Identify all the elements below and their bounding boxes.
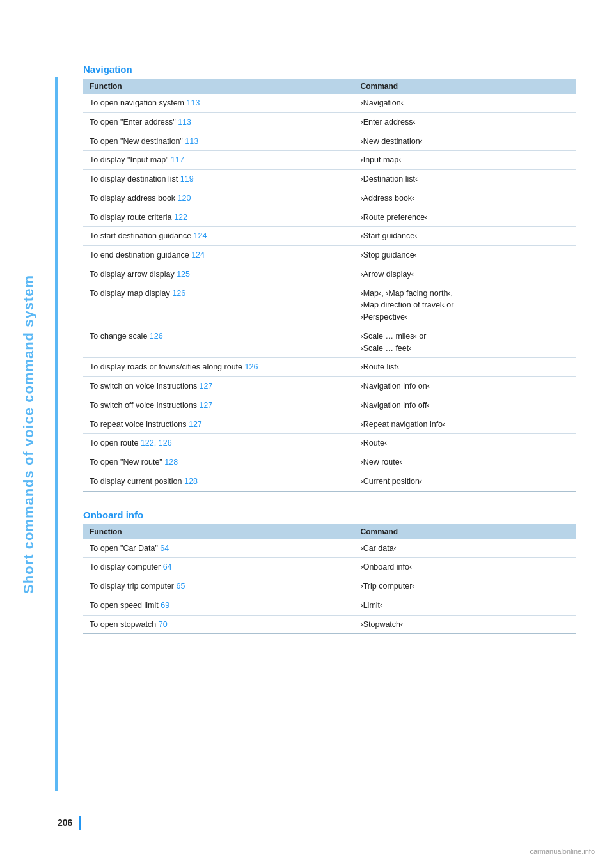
page-ref: 113 [178, 118, 191, 127]
command-cell: ›Current position‹ [354, 472, 576, 491]
onboard-title: Onboard info [83, 509, 576, 520]
command-cell: ›Route list‹ [354, 358, 576, 377]
command-cell: ›Car data‹ [354, 539, 576, 558]
command-cell: ›Route‹ [354, 434, 576, 453]
command-cell: ›Limit‹ [354, 596, 576, 615]
watermark: carmanualonline.info [530, 848, 595, 855]
sidebar: Short commands of voice command system [0, 0, 58, 868]
function-cell: To open "Car Data" 64 [83, 539, 354, 558]
page-ref: 64 [160, 544, 169, 553]
page-ref: 113 [185, 137, 198, 146]
command-cell: ›New destination‹ [354, 132, 576, 151]
page-ref: 120 [178, 194, 191, 203]
command-cell: ›Address book‹ [354, 189, 576, 208]
page-ref: 125 [177, 270, 190, 279]
command-cell: ›Navigation info on‹ [354, 377, 576, 396]
page-ref: 128 [164, 458, 178, 467]
navigation-table: Function Command To open navigation syst… [83, 79, 576, 492]
footer-bar [79, 816, 81, 830]
command-cell: ›Trip computer‹ [354, 577, 576, 596]
command-cell: ›Stop guidance‹ [354, 246, 576, 265]
onboard-table: Function Command To open "Car Data" 64›C… [83, 524, 576, 635]
function-cell: To display destination list 119 [83, 170, 354, 189]
table-row: To change scale 126›Scale … miles‹ or ›S… [83, 327, 576, 358]
page-ref: 117 [171, 155, 184, 164]
page-ref: 122, 126 [141, 438, 172, 447]
command-cell: ›Start guidance‹ [354, 227, 576, 246]
table-row: To display "Input map" 117›Input map‹ [83, 151, 576, 170]
page-ref: 122 [174, 213, 187, 222]
function-cell: To open route 122, 126 [83, 434, 354, 453]
table-row: To display address book 120›Address book… [83, 189, 576, 208]
function-cell: To open stopwatch 70 [83, 615, 354, 634]
command-cell: ›Navigation info off‹ [354, 396, 576, 415]
footer: 206 [58, 816, 81, 830]
table-row: To display destination list 119›Destinat… [83, 170, 576, 189]
function-cell: To switch off voice instructions 127 [83, 396, 354, 415]
main-content: Navigation Function Command To open navi… [58, 0, 614, 868]
function-cell: To display arrow display 125 [83, 265, 354, 284]
page-ref: 126 [245, 362, 258, 371]
table-row: To open speed limit 69›Limit‹ [83, 596, 576, 615]
table-row: To display computer 64›Onboard info‹ [83, 558, 576, 577]
table-row: To display arrow display 125›Arrow displ… [83, 265, 576, 284]
page-ref: 128 [184, 477, 198, 486]
function-cell: To open "New destination" 113 [83, 132, 354, 151]
page-ref: 124 [194, 231, 207, 240]
table-row: To start destination guidance 124›Start … [83, 227, 576, 246]
function-cell: To display "Input map" 117 [83, 151, 354, 170]
function-cell: To start destination guidance 124 [83, 227, 354, 246]
command-cell: ›Scale … miles‹ or ›Scale … feet‹ [354, 327, 576, 358]
page-ref: 69 [161, 601, 169, 610]
table-row: To repeat voice instructions 127›Repeat … [83, 415, 576, 434]
command-cell: ›New route‹ [354, 453, 576, 472]
sidebar-border [55, 77, 58, 791]
table-row: To switch off voice instructions 127›Nav… [83, 396, 576, 415]
nav-col-command: Command [354, 79, 576, 94]
command-cell: ›Navigation‹ [354, 94, 576, 112]
ob-col-command: Command [354, 524, 576, 539]
command-cell: ›Repeat navigation info‹ [354, 415, 576, 434]
page-ref: 126 [172, 289, 185, 298]
table-row: To end destination guidance 124›Stop gui… [83, 246, 576, 265]
command-cell: ›Map‹, ›Map facing north‹, ›Map directio… [354, 284, 576, 327]
table-row: To open "Car Data" 64›Car data‹ [83, 539, 576, 558]
page-number: 206 [58, 818, 72, 828]
table-row: To switch on voice instructions 127›Navi… [83, 377, 576, 396]
function-cell: To display address book 120 [83, 189, 354, 208]
table-row: To display route criteria 122›Route pref… [83, 208, 576, 227]
function-cell: To end destination guidance 124 [83, 246, 354, 265]
table-row: To open "Enter address" 113›Enter addres… [83, 112, 576, 132]
page-ref: 113 [186, 98, 200, 107]
page-ref: 127 [189, 420, 202, 429]
function-cell: To change scale 126 [83, 327, 354, 358]
table-row: To display current position 128›Current … [83, 472, 576, 491]
table-row: To display map display 126›Map‹, ›Map fa… [83, 284, 576, 327]
onboard-section: Onboard info Function Command To open "C… [83, 509, 576, 635]
page-ref: 126 [150, 332, 163, 341]
page-ref: 127 [199, 401, 212, 410]
function-cell: To open speed limit 69 [83, 596, 354, 615]
page-container: Short commands of voice command system N… [0, 0, 614, 868]
table-row: To open "New route" 128›New route‹ [83, 453, 576, 472]
command-cell: ›Onboard info‹ [354, 558, 576, 577]
function-cell: To display roads or towns/cities along r… [83, 358, 354, 377]
function-cell: To open "Enter address" 113 [83, 112, 354, 132]
page-ref: 124 [191, 251, 205, 260]
page-ref: 64 [163, 562, 172, 571]
command-cell: ›Route preference‹ [354, 208, 576, 227]
function-cell: To display map display 126 [83, 284, 354, 327]
function-cell: To display computer 64 [83, 558, 354, 577]
navigation-section: Navigation Function Command To open navi… [83, 64, 576, 492]
navigation-title: Navigation [83, 64, 576, 75]
page-ref: 70 [159, 620, 168, 629]
ob-col-function: Function [83, 524, 354, 539]
table-row: To display trip computer 65›Trip compute… [83, 577, 576, 596]
command-cell: ›Input map‹ [354, 151, 576, 170]
page-ref: 127 [200, 382, 213, 391]
table-row: To open stopwatch 70›Stopwatch‹ [83, 615, 576, 634]
command-cell: ›Arrow display‹ [354, 265, 576, 284]
sidebar-label: Short commands of voice command system [20, 275, 37, 594]
table-row: To open navigation system 113›Navigation… [83, 94, 576, 112]
nav-col-function: Function [83, 79, 354, 94]
